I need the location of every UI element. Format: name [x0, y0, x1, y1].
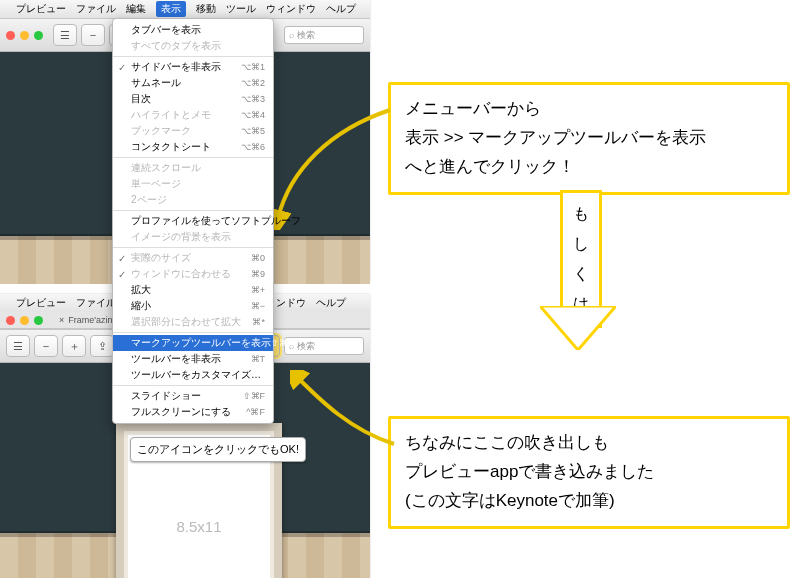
menu-item[interactable]: コンタクトシート⌥⌘6 [113, 139, 273, 155]
menu-item: 連続スクロール [113, 160, 273, 176]
svg-marker-0 [540, 306, 616, 350]
sidebar-toggle-button[interactable]: ☰ [6, 335, 30, 357]
sidebar-toggle-button[interactable]: ☰ [53, 24, 77, 46]
search-icon: ⌕ [289, 30, 294, 40]
menu-file[interactable]: ファイル [76, 296, 116, 310]
menu-file[interactable]: ファイル [76, 2, 116, 16]
menu-edit[interactable]: 編集 [126, 2, 146, 16]
zoom-out-button[interactable]: − [81, 24, 105, 46]
speech-bubble: このアイコンをクリックでもOK! [130, 437, 306, 462]
menu-item: 2ページ [113, 192, 273, 208]
arrow-head-icon [540, 306, 616, 350]
menubar: プレビュー ファイル 編集 表示 移動 ツール ウィンドウ ヘルプ [0, 0, 370, 18]
or-arrow: も し く は [540, 190, 616, 350]
menu-item: すべてのタブを表示 [113, 38, 273, 54]
menu-tools[interactable]: ツール [226, 2, 256, 16]
menu-item[interactable]: ツールバーを非表示⌘T [113, 351, 273, 367]
menu-item[interactable]: ✓サイドバーを非表示⌥⌘1 [113, 59, 273, 75]
annotation-note-1: メニューバーから 表示 >> マークアップツールバーを表示 へと進んでクリック！ [388, 82, 790, 195]
annotation-note-2: ちなみにここの吹き出しも プレビューappで書き込みました (この文字はKeyn… [388, 416, 790, 529]
menu-item: ✓実際のサイズ⌘0 [113, 250, 273, 266]
share-button[interactable]: ⇪ [90, 335, 114, 357]
menu-item: 単一ページ [113, 176, 273, 192]
search-input[interactable]: ⌕ 検索 [284, 337, 364, 355]
menu-item: ブックマーク⌥⌘5 [113, 123, 273, 139]
menu-view[interactable]: 表示 [156, 1, 186, 17]
search-input[interactable]: ⌕ 検索 [284, 26, 364, 44]
menu-item[interactable]: フルスクリーンにする^⌘F [113, 404, 273, 420]
menu-preview[interactable]: プレビュー [16, 2, 66, 16]
menu-item: イメージの背景を表示 [113, 229, 273, 245]
menu-item[interactable]: 縮小⌘− [113, 298, 273, 314]
menu-item[interactable]: ツールバーをカスタマイズ… [113, 367, 273, 383]
screenshot-top: プレビュー ファイル 編集 表示 移動 ツール ウィンドウ ヘルプ ☰ − ＋ … [0, 0, 370, 282]
window-controls[interactable] [6, 316, 43, 325]
menu-item[interactable]: スライドショー⇧⌘F [113, 388, 273, 404]
window-controls[interactable] [6, 31, 43, 40]
menu-help[interactable]: ヘルプ [326, 2, 356, 16]
zoom-out-button[interactable]: − [34, 335, 58, 357]
menu-item[interactable]: タブバーを表示 [113, 22, 273, 38]
menu-item[interactable]: 拡大⌘+ [113, 282, 273, 298]
menu-item: ✓ウィンドウに合わせる⌘9 [113, 266, 273, 282]
menu-preview[interactable]: プレビュー [16, 296, 66, 310]
menu-go[interactable]: 移動 [196, 2, 216, 16]
menu-item[interactable]: マークアップツールバーを表示⇧⌘A [113, 335, 273, 351]
menu-window[interactable]: ウィンドウ [266, 2, 316, 16]
menu-help[interactable]: ヘルプ [316, 296, 346, 310]
menu-item[interactable]: サムネール⌥⌘2 [113, 75, 273, 91]
menu-item[interactable]: プロファイルを使ってソフトプルーフ [113, 213, 273, 229]
zoom-in-button[interactable]: ＋ [62, 335, 86, 357]
menu-item: 選択部分に合わせて拡大⌘* [113, 314, 273, 330]
view-menu-dropdown: タブバーを表示すべてのタブを表示✓サイドバーを非表示⌥⌘1サムネール⌥⌘2目次⌥… [112, 18, 274, 424]
menu-item[interactable]: 目次⌥⌘3 [113, 91, 273, 107]
menu-item: ハイライトとメモ⌥⌘4 [113, 107, 273, 123]
